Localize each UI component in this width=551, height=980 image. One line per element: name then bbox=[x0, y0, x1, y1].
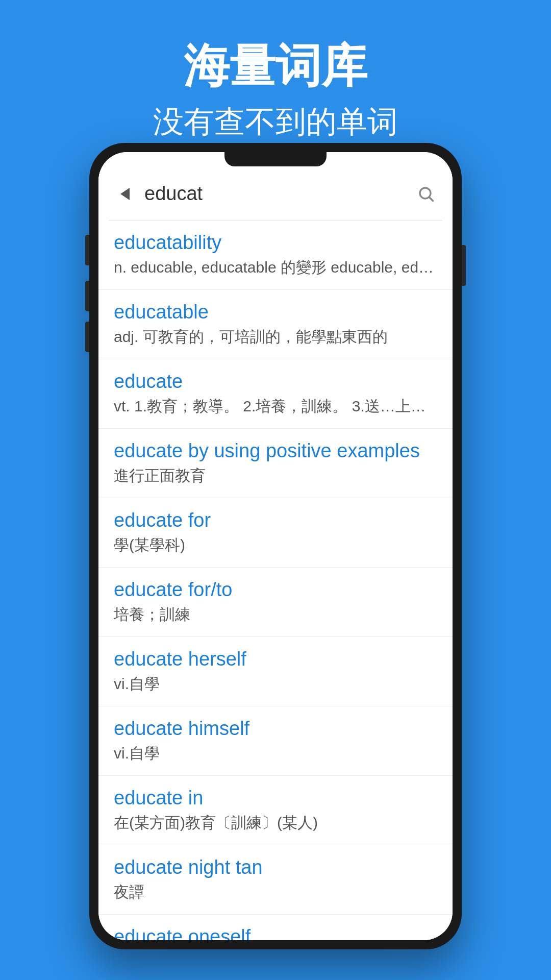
list-item[interactable]: educatableadj. 可教育的，可培訓的，能學點東西的 bbox=[98, 290, 453, 359]
dict-definition: adj. 可教育的，可培訓的，能學點東西的 bbox=[114, 326, 437, 348]
dict-term: educate himself bbox=[114, 718, 437, 740]
dict-definition: vi.自學 bbox=[114, 673, 437, 695]
dict-term: educate night tan bbox=[114, 856, 437, 878]
dict-term: educate in bbox=[114, 787, 437, 809]
dict-term: educate by using positive examples bbox=[114, 440, 437, 462]
dict-definition: 培養；訓練 bbox=[114, 604, 437, 625]
header: 海量词库 没有查不到的单词 bbox=[0, 0, 551, 163]
dict-term: educate oneself bbox=[114, 926, 437, 940]
dictionary-list: educatabilityn. educable, educatable 的變形… bbox=[98, 220, 453, 940]
dict-definition: 夜譚 bbox=[114, 881, 437, 903]
dict-term: educatable bbox=[114, 301, 437, 323]
dict-definition: 在(某方面)教育〔訓練〕(某人) bbox=[114, 812, 437, 834]
dict-definition: 學(某學科) bbox=[114, 534, 437, 556]
phone-inner: educat educatabilityn. educable, educata… bbox=[98, 152, 453, 940]
back-button[interactable] bbox=[114, 183, 136, 205]
back-arrow-icon bbox=[120, 188, 130, 200]
screen-content: educat educatabilityn. educable, educata… bbox=[98, 152, 453, 940]
list-item[interactable]: educate night tan夜譚 bbox=[98, 845, 453, 915]
header-subtitle: 没有查不到的单词 bbox=[20, 102, 531, 143]
dict-term: educate bbox=[114, 371, 437, 393]
search-button[interactable] bbox=[415, 183, 437, 205]
dict-definition: n. educable, educatable 的變形 educable, ed… bbox=[114, 257, 437, 278]
dict-term: educatability bbox=[114, 232, 437, 254]
dict-definition: vt. 1.教育；教導。 2.培養，訓練。 3.送…上學，為…負擔學費。 n..… bbox=[114, 396, 437, 417]
phone-outer: educat educatabilityn. educable, educata… bbox=[89, 143, 462, 949]
search-query[interactable]: educat bbox=[144, 178, 407, 210]
list-item[interactable]: educate oneself自學，自修 bbox=[98, 915, 453, 940]
search-input-container[interactable]: educat bbox=[144, 178, 407, 210]
list-item[interactable]: educate himselfvi.自學 bbox=[98, 706, 453, 776]
phone-notch bbox=[224, 152, 327, 166]
phone-mockup: educat educatabilityn. educable, educata… bbox=[89, 143, 462, 949]
list-item[interactable]: educatabilityn. educable, educatable 的變形… bbox=[98, 220, 453, 290]
list-item[interactable]: educatevt. 1.教育；教導。 2.培養，訓練。 3.送…上學，為…負擔… bbox=[98, 359, 453, 429]
dict-term: educate for bbox=[114, 509, 437, 531]
svg-line-1 bbox=[430, 197, 433, 201]
list-item[interactable]: educate by using positive examples進行正面教育 bbox=[98, 429, 453, 498]
dict-definition: 進行正面教育 bbox=[114, 465, 437, 486]
list-item[interactable]: educate in在(某方面)教育〔訓練〕(某人) bbox=[98, 776, 453, 845]
list-item[interactable]: educate for/to培養；訓練 bbox=[98, 568, 453, 637]
dict-term: educate herself bbox=[114, 648, 437, 670]
dict-definition: vi.自學 bbox=[114, 743, 437, 764]
dict-term: educate for/to bbox=[114, 579, 437, 601]
search-icon bbox=[417, 185, 435, 203]
header-title: 海量词库 bbox=[20, 41, 531, 91]
list-item[interactable]: educate herselfvi.自學 bbox=[98, 637, 453, 706]
list-item[interactable]: educate for學(某學科) bbox=[98, 498, 453, 568]
